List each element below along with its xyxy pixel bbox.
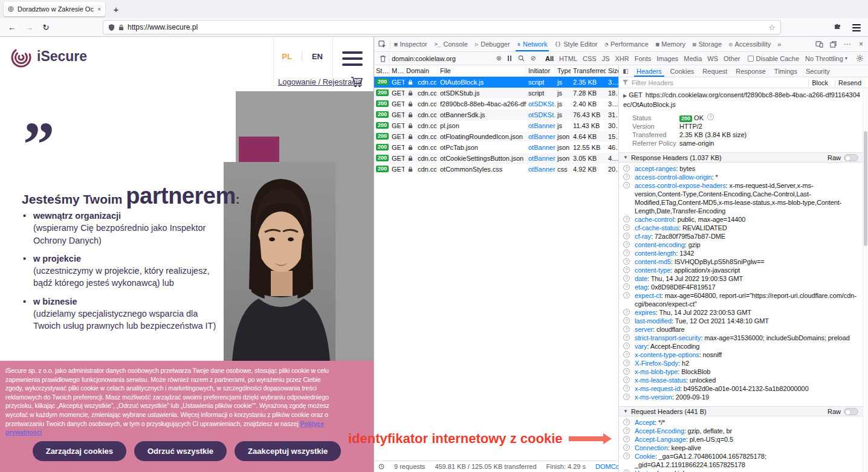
header-row[interactable]: ?expect-ctmax-age=604800, report-uri="ht… (619, 291, 863, 308)
help-icon[interactable]: ? (623, 309, 630, 315)
help-icon[interactable]: ? (623, 419, 630, 425)
header-row[interactable]: ?x-content-type-optionsnosniff (619, 351, 863, 359)
header-row[interactable]: ?content-encodinggzip (619, 241, 863, 249)
help-icon[interactable]: ? (623, 326, 630, 332)
header-row[interactable]: ?strict-transport-securitymax-age=315360… (619, 334, 863, 342)
header-row[interactable]: ?cache-controlpublic, max-age=14400 (619, 215, 863, 224)
details-tab[interactable]: Cookies (666, 65, 699, 77)
header-row[interactable]: ?x-ms-request-idb4952d0e-a01e-0014-2132-… (619, 384, 863, 393)
resend-button[interactable]: Resend (835, 79, 864, 86)
login-link[interactable]: Logowanie / Rejestracja (278, 77, 362, 86)
header-row[interactable]: ?content-length1342 (619, 249, 863, 257)
header-row[interactable]: ?content-md5lSVHQDpByLpS5h8SniPglw== (619, 257, 863, 266)
devtools-panel-tab[interactable]: >_ Console (431, 37, 471, 51)
header-row[interactable]: ?content-typeapplication/x-javascript (619, 266, 863, 274)
devtools-close-icon[interactable]: × (854, 40, 868, 48)
devtools-panel-tab[interactable]: ▣ Inspector (390, 37, 431, 51)
header-row[interactable]: ?Accept-Languagepl,en-US;q=0.5 (619, 435, 863, 444)
help-icon[interactable]: ? (623, 182, 630, 189)
help-icon[interactable]: ? (623, 233, 630, 239)
header-row[interactable]: ?access-control-expose-headersx-ms-reque… (619, 181, 863, 215)
forward-button[interactable]: → (22, 20, 36, 34)
details-tab[interactable]: Request (698, 65, 731, 77)
type-filter-button[interactable]: Media (681, 54, 704, 63)
element-picker-icon[interactable] (374, 40, 390, 48)
help-icon[interactable]: ? (623, 436, 630, 442)
request-filter-value[interactable]: domain:cookielaw.org (392, 55, 493, 62)
menu-button[interactable] (852, 24, 861, 33)
help-icon[interactable]: ? (623, 334, 630, 341)
column-header[interactable]: File (438, 65, 526, 76)
throttling-select[interactable]: No Throttling ▾ (805, 55, 847, 62)
scrollbar-thumb[interactable] (864, 131, 867, 246)
responsive-design-mode-icon[interactable] (812, 41, 826, 48)
cookie-consent-button[interactable]: Zarządzaj cookies (33, 441, 126, 461)
type-filter-button[interactable]: JS (600, 54, 612, 63)
collapse-triangle-icon[interactable]: ▼ (623, 155, 628, 160)
network-settings-gear-icon[interactable] (853, 55, 866, 62)
devtools-panel-tab[interactable]: ⇅ Network (514, 37, 551, 51)
clear-filter-icon[interactable]: ⊗ (496, 54, 502, 62)
help-icon[interactable]: ? (623, 360, 630, 366)
lang-pl-button[interactable]: PL (282, 52, 292, 61)
type-filter-button[interactable]: WS (705, 54, 721, 63)
header-row[interactable]: ?x-ms-lease-statusunlocked (619, 376, 863, 384)
request-url-row[interactable]: ▶GEThttps://cdn.cookielaw.org/consent/f2… (619, 88, 863, 109)
site-menu-button[interactable] (342, 51, 363, 70)
help-icon[interactable]: ? (623, 292, 630, 299)
request-row[interactable]: 200 GET cdn.co… otCookieSettingsButton.j… (374, 153, 618, 164)
header-row[interactable]: ?dateThu, 14 Jul 2022 19:00:53 GMT (619, 274, 863, 283)
request-row[interactable]: 200 GET cdn.co… otPcTab.json otBanner… j… (374, 142, 618, 153)
header-row[interactable]: ?accept-rangesbytes (619, 164, 863, 173)
type-filter-button[interactable]: All (543, 54, 556, 63)
new-tab-button[interactable]: + (109, 2, 123, 16)
scrollbar[interactable] (863, 89, 868, 472)
request-blocking-icon[interactable]: ⊘ (527, 54, 539, 62)
column-header[interactable]: Type (555, 65, 571, 76)
type-filter-button[interactable]: Fonts (632, 54, 654, 63)
help-icon[interactable]: ? (623, 173, 630, 180)
column-header[interactable]: M… (390, 65, 404, 76)
help-icon[interactable]: ? (623, 393, 630, 400)
back-button[interactable]: ← (5, 20, 19, 34)
header-row[interactable]: ?Connectionkeep-alive (619, 444, 863, 452)
cookie-consent-button[interactable]: Odrzuć wszystkie (134, 441, 227, 461)
reload-button[interactable]: ↻ (39, 20, 53, 34)
split-panel-icon[interactable]: ◧ (619, 68, 632, 74)
devtools-panel-tab[interactable]: ▦ Memory (652, 37, 689, 51)
tracking-protection-shield-icon[interactable] (108, 24, 115, 31)
header-row[interactable]: ?access-control-allow-origin* (619, 173, 863, 181)
devtools-panel-tab[interactable]: ◔ Performance (601, 37, 652, 51)
header-row[interactable]: ?x-ms-version2009-09-19 (619, 393, 863, 401)
header-row[interactable]: ?Cookie_ga=GA1.2.704861004.1657825178; _… (619, 452, 863, 469)
help-icon[interactable]: ? (623, 343, 630, 349)
details-tab[interactable]: Timings (770, 65, 802, 77)
column-header[interactable]: St… (374, 65, 390, 76)
header-row[interactable]: ?Hostcdn.cookielaw.org (619, 469, 863, 472)
block-button[interactable]: Block (808, 79, 831, 86)
raw-toggle[interactable] (844, 408, 858, 415)
filter-headers-input[interactable]: Filter Headers (632, 79, 805, 86)
help-icon[interactable]: ? (623, 444, 630, 451)
request-row[interactable]: 200 GET cdn.co… otCommonStyles.css otBan… (374, 164, 618, 175)
type-filter-button[interactable]: Other (721, 54, 743, 63)
request-row[interactable]: 200 GET cdn.co… OtAutoBlock.js script js… (374, 77, 618, 88)
more-panels-icon[interactable]: » (774, 40, 784, 48)
disclosure-triangle-icon[interactable]: ▶ (623, 93, 627, 99)
raw-toggle[interactable] (844, 154, 858, 161)
pause-recording-icon[interactable] (504, 56, 515, 61)
url-bar[interactable]: https://www.isecure.pl ☆ (103, 20, 781, 34)
extensions-icon[interactable] (834, 22, 841, 30)
help-icon[interactable]: ? (707, 114, 714, 120)
help-icon[interactable]: ? (623, 427, 630, 434)
devtools-panel-tab[interactable]: {} Style Editor (551, 37, 601, 51)
help-icon[interactable]: ? (623, 224, 630, 231)
help-icon[interactable]: ? (623, 241, 630, 248)
help-icon[interactable]: ? (623, 283, 630, 290)
separate-window-icon[interactable] (826, 41, 840, 48)
clear-requests-icon[interactable] (377, 55, 389, 62)
header-row[interactable]: ?expiresThu, 14 Jul 2022 23:00:53 GMT (619, 308, 863, 317)
help-icon[interactable]: ? (623, 258, 630, 265)
help-icon[interactable]: ? (623, 267, 630, 273)
details-tab[interactable]: Security (802, 65, 834, 77)
